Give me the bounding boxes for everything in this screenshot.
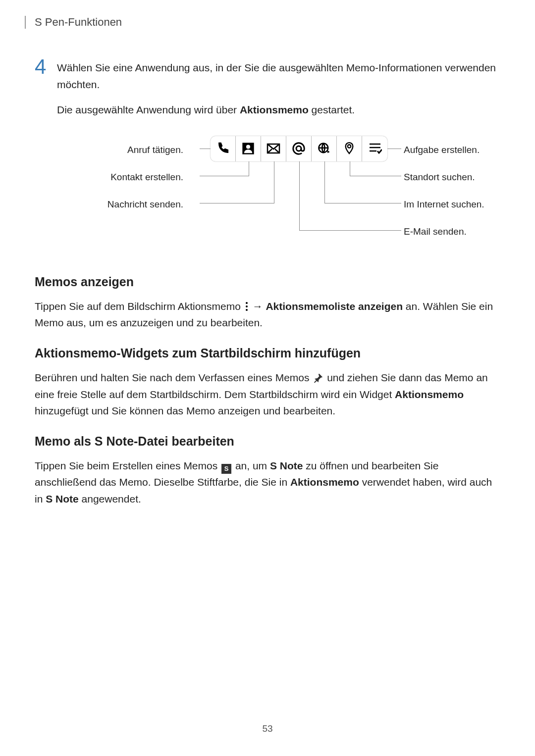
page-number: 53	[0, 723, 535, 734]
step-text-2: Die ausgewählte Anwendung wird über Akti…	[57, 101, 500, 118]
paragraph-snote: Tippen Sie beim Erstellen eines Memos S …	[35, 457, 500, 507]
label-task: Aufgabe erstellen.	[404, 143, 480, 157]
action-toolbar	[211, 136, 387, 161]
svg-point-3	[296, 146, 301, 151]
label-call: Anruf tätigen.	[127, 143, 183, 157]
pin-icon	[337, 136, 362, 161]
label-contact: Kontakt erstellen.	[110, 170, 183, 185]
step-number: 4	[35, 56, 57, 77]
phone-icon	[211, 136, 236, 161]
task-icon	[362, 136, 387, 161]
chapter-title: S Pen-Funktionen	[35, 16, 122, 28]
label-location: Standort suchen.	[404, 170, 475, 185]
envelope-icon	[261, 136, 286, 161]
svg-point-6	[246, 302, 248, 304]
step-text-1: Wählen Sie eine Anwendung aus, in der Si…	[57, 59, 500, 93]
heading-memos: Memos anzeigen	[35, 275, 500, 289]
label-message: Nachricht senden.	[107, 197, 183, 212]
label-email: E-Mail senden.	[404, 224, 467, 239]
heading-snote: Memo als S Note-Datei bearbeiten	[35, 434, 500, 449]
s-note-icon: S	[221, 464, 231, 474]
svg-point-7	[246, 305, 248, 307]
pin-outline-icon	[313, 373, 323, 383]
chapter-header: S Pen-Funktionen	[25, 16, 500, 29]
step-4: 4 Wählen Sie eine Anwendung aus, in der …	[35, 56, 500, 260]
svg-point-8	[246, 309, 248, 311]
action-memo-diagram: Anruf tätigen. Kontakt erstellen. Nachri…	[57, 127, 500, 241]
at-icon	[286, 136, 312, 161]
globe-icon	[312, 136, 337, 161]
more-icon	[245, 302, 249, 311]
svg-point-1	[246, 145, 250, 149]
paragraph-memos: Tippen Sie auf dem Bildschirm Aktionsmem…	[35, 298, 500, 331]
heading-widgets: Aktionsmemo-Widgets zum Startbildschirm …	[35, 346, 500, 360]
svg-point-5	[348, 145, 351, 148]
paragraph-widgets: Berühren und halten Sie nach dem Verfass…	[35, 369, 500, 419]
contact-icon	[236, 136, 261, 161]
step-body: Wählen Sie eine Anwendung aus, in der Si…	[57, 56, 500, 260]
label-internet: Im Internet suchen.	[404, 197, 484, 212]
